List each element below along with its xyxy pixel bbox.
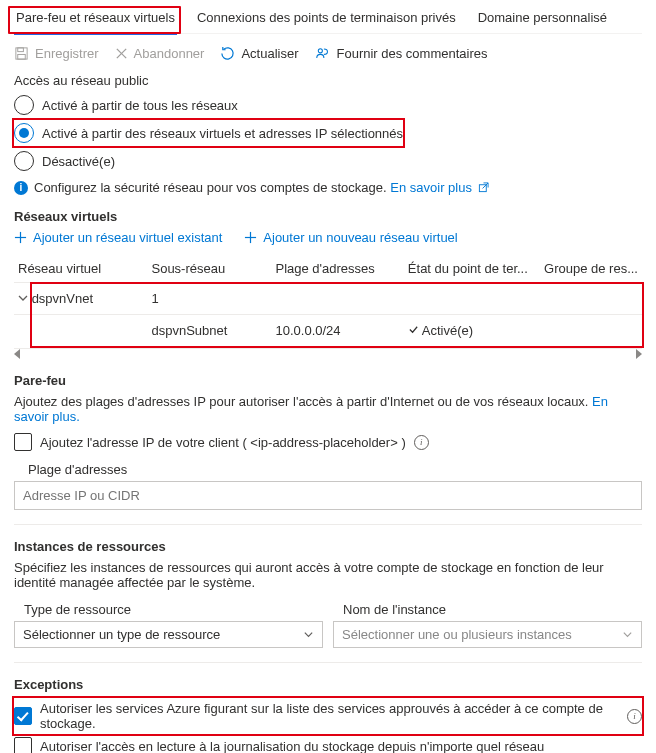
external-link-icon bbox=[478, 182, 489, 193]
address-range-label: Plage d'adresses bbox=[14, 462, 642, 477]
info-outline-icon[interactable]: i bbox=[627, 709, 642, 724]
radio-all-networks[interactable] bbox=[14, 95, 34, 115]
table-row[interactable]: dspvnVnet 1 bbox=[14, 283, 642, 315]
info-outline-icon[interactable]: i bbox=[414, 435, 429, 450]
svg-line-7 bbox=[482, 183, 488, 189]
address-range-input[interactable] bbox=[14, 481, 642, 510]
radio-disabled[interactable] bbox=[14, 151, 34, 171]
instance-name-select[interactable]: Sélectionner une ou plusieurs instances bbox=[333, 621, 642, 648]
plus-icon bbox=[14, 231, 27, 244]
check-icon bbox=[408, 324, 419, 335]
resource-type-select[interactable]: Sélectionner un type de ressource bbox=[14, 621, 323, 648]
add-client-ip-checkbox[interactable] bbox=[14, 433, 32, 451]
feedback-button[interactable]: Fournir des commentaires bbox=[315, 46, 488, 61]
firewall-title: Pare-feu bbox=[14, 373, 642, 388]
info-icon: i bbox=[14, 181, 28, 195]
refresh-button[interactable]: Actualiser bbox=[220, 46, 298, 61]
chevron-down-icon bbox=[622, 629, 633, 640]
radio-selected-networks[interactable] bbox=[14, 123, 34, 143]
add-new-vnet-button[interactable]: Ajouter un nouveau réseau virtuel bbox=[244, 230, 457, 245]
save-button[interactable]: Enregistrer bbox=[14, 46, 99, 61]
svg-rect-2 bbox=[18, 54, 26, 59]
close-icon bbox=[115, 47, 128, 60]
tab-private-endpoint[interactable]: Connexions des points de terminaison pri… bbox=[195, 10, 458, 33]
feedback-icon bbox=[315, 46, 331, 61]
chevron-down-icon bbox=[303, 629, 314, 640]
resource-instances-title: Instances de ressources bbox=[14, 539, 642, 554]
refresh-icon bbox=[220, 46, 235, 61]
learn-more-link[interactable]: En savoir plus bbox=[390, 180, 488, 195]
exception-logging-checkbox[interactable] bbox=[14, 737, 32, 753]
command-bar: Enregistrer Abandonner Actualiser Fourni… bbox=[14, 34, 642, 67]
public-access-title: Accès au réseau public bbox=[14, 73, 642, 88]
exceptions-title: Exceptions bbox=[14, 677, 642, 692]
chevron-down-icon bbox=[18, 293, 28, 303]
tabs: Pare-feu et réseaux virtuels Connexions … bbox=[14, 0, 642, 34]
tab-firewall[interactable]: Pare-feu et réseaux virtuels bbox=[14, 10, 177, 35]
vnets-title: Réseaux virtuels bbox=[14, 209, 642, 224]
horizontal-scrollbar[interactable] bbox=[14, 348, 642, 359]
plus-icon bbox=[244, 231, 257, 244]
discard-button[interactable]: Abandonner bbox=[115, 46, 205, 61]
tab-custom-domain[interactable]: Domaine personnalisé bbox=[476, 10, 609, 33]
svg-point-5 bbox=[318, 49, 322, 53]
save-icon bbox=[14, 46, 29, 61]
exception-trusted-azure-checkbox[interactable] bbox=[14, 707, 32, 725]
vnets-table: Réseau virtuel Sous-réseau Plage d'adres… bbox=[14, 255, 642, 346]
table-row[interactable]: dspvnSubnet 10.0.0.0/24 Activé(e) bbox=[14, 315, 642, 347]
add-existing-vnet-button[interactable]: Ajouter un réseau virtuel existant bbox=[14, 230, 222, 245]
svg-rect-1 bbox=[18, 48, 24, 52]
